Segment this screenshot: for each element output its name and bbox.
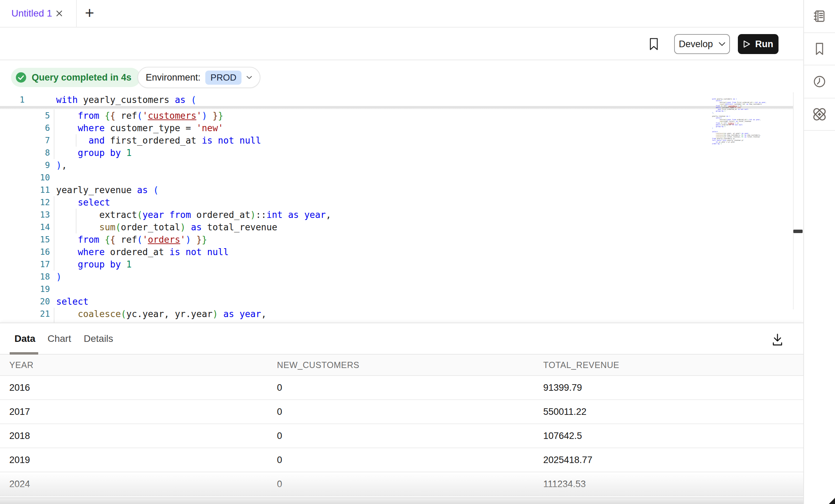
table-body: 2016091399.7920170550011.2220180107642.5… [0, 376, 803, 496]
table-row: 20240111234.53 [0, 472, 803, 496]
code-line: 20select [0, 295, 793, 308]
notebook-icon [812, 9, 827, 24]
tab-data[interactable]: Data [14, 323, 35, 354]
table-row: 2016091399.79 [0, 376, 803, 400]
results-panel: Data Chart Details YEAR NEW_CUSTOMERS TO… [0, 323, 803, 504]
table-cell: 2025418.77 [543, 448, 592, 472]
run-button[interactable]: Run [738, 34, 779, 54]
bookmark-icon [650, 39, 657, 50]
table-cell: 0 [277, 448, 282, 472]
table-header-row: YEAR NEW_CUSTOMERS TOTAL_REVENUE [0, 355, 803, 376]
sidebar-bookmark-button[interactable] [804, 33, 835, 65]
table-cell: 2024 [9, 472, 30, 496]
table-cell: 2016 [9, 376, 30, 399]
tab-divider [76, 0, 77, 27]
minimap-line: order by 1 [712, 143, 793, 145]
bookmark-button[interactable] [646, 36, 661, 52]
table-cell: 0 [277, 400, 282, 423]
code-line: 5 from {{ ref('customers') }} [0, 109, 793, 122]
bookmark-icon [812, 41, 827, 56]
query-status-badge: Query completed in 4s [11, 68, 141, 87]
code-lines: 5 from {{ ref('customers') }}6 where cus… [0, 109, 793, 323]
code-line: 6 where customer_type = 'new' [0, 122, 793, 134]
status-row: Query completed in 4s Environment: PROD [0, 61, 803, 92]
results-tab-bar: Data Chart Details [0, 323, 803, 355]
sidebar-spacer [804, 131, 835, 504]
table-cell: 111234.53 [543, 472, 586, 496]
table-cell: 107642.5 [543, 424, 582, 448]
code-line: 16 where ordered_at is not null [0, 246, 793, 258]
lineage-logo-icon [812, 106, 827, 122]
resize-corner-handle[interactable] [829, 498, 835, 504]
code-line: 19 [0, 283, 793, 295]
active-tab-underline [10, 352, 38, 355]
column-header-new-customers: NEW_CUSTOMERS [277, 355, 359, 375]
code-line: 10 [0, 171, 793, 184]
code-line: 8 group by 1 [0, 147, 793, 159]
table-cell: 2019 [9, 448, 30, 472]
code-line: 17 group by 1 [0, 258, 793, 271]
code-line: 15 from {{ ref('orders') }} [0, 233, 793, 246]
chevron-down-icon [719, 42, 725, 46]
table-row: 20180107642.5 [0, 424, 803, 448]
main-panel: Untitled 1 + Develop Run [0, 0, 803, 504]
code-line: 13 extract(year from ordered_at)::int as… [0, 209, 793, 221]
table-cell: 2018 [9, 424, 30, 448]
query-status-text: Query completed in 4s [32, 72, 132, 83]
code-line: 9), [0, 159, 793, 171]
app-root: Untitled 1 + Develop Run [0, 0, 835, 504]
code-line: 7 and first_ordered_at is not null [0, 134, 793, 147]
clock-icon [812, 74, 827, 89]
download-icon [770, 332, 785, 347]
table-cell: 550011.22 [543, 400, 587, 423]
environment-label: Environment: [146, 72, 200, 83]
sticky-code-line: 1with yearly_customers as ( [0, 94, 793, 106]
code-line: 11yearly_revenue as ( [0, 184, 793, 196]
sticky-scroll-shadow [0, 106, 793, 109]
table-cell: 0 [277, 424, 282, 448]
tab-details[interactable]: Details [84, 323, 113, 354]
code-line: 18) [0, 271, 793, 283]
table-row: 20170550011.22 [0, 400, 803, 424]
run-label: Run [755, 39, 773, 50]
tab-title: Untitled 1 [11, 0, 52, 27]
code-line: 21 coalesce(yc.year, yr.year) as year, [0, 308, 793, 320]
environment-value-chip: PROD [205, 71, 241, 85]
top-action-bar: Develop Run [0, 28, 803, 60]
horizontal-scrollbar-area[interactable] [0, 497, 803, 504]
download-button[interactable] [770, 332, 785, 347]
develop-label: Develop [679, 39, 713, 50]
chevron-down-icon [246, 76, 252, 79]
sidebar-notebook-button[interactable] [804, 0, 835, 33]
editor-minimap[interactable]: with yearly_customers as ( select extrac… [712, 98, 793, 145]
table-cell: 0 [277, 376, 282, 399]
develop-button[interactable]: Develop [674, 34, 730, 54]
sidebar-lineage-button[interactable] [804, 98, 835, 131]
run-play-icon [743, 40, 751, 48]
tab-untitled-1[interactable]: Untitled 1 [0, 0, 76, 28]
tab-chart[interactable]: Chart [48, 323, 71, 354]
column-header-total-revenue: TOTAL_REVENUE [543, 355, 619, 375]
sidebar-history-button[interactable] [804, 65, 835, 98]
table-row: 201902025418.77 [0, 448, 803, 472]
table-cell: 0 [277, 472, 282, 496]
tab-close-icon[interactable] [54, 8, 64, 19]
code-line: 14 sum(order_total) as total_revenue [0, 221, 793, 233]
right-sidebar [803, 0, 835, 504]
column-header-year: YEAR [9, 355, 33, 375]
environment-selector[interactable]: Environment: PROD [137, 67, 260, 88]
code-line: 12 select [0, 196, 793, 209]
editor-scrollbar-track [793, 92, 794, 309]
table-cell: 2017 [9, 400, 30, 423]
new-tab-button[interactable]: + [79, 0, 100, 27]
sql-editor[interactable]: 1with yearly_customers as ( 5 from {{ re… [0, 92, 803, 323]
table-cell: 91399.79 [543, 376, 582, 399]
tab-bar: Untitled 1 + [0, 0, 803, 28]
check-circle-icon [14, 71, 28, 84]
editor-scrollbar-handle[interactable] [793, 230, 803, 233]
code-line: 22 coalesce(yc.new_customers, 0) as new_… [0, 320, 793, 323]
